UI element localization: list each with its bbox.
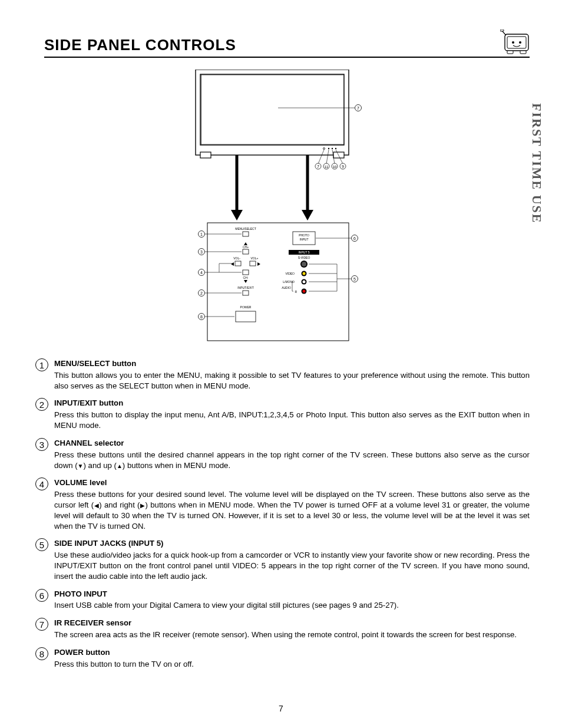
svg-text:11: 11 [325,165,329,169]
page-header: SIDE PANEL CONTROLS [44,29,530,58]
item-title: SIDE INPUT JACKS (INPUT 5) [54,538,530,549]
tv-mascot-icon [500,29,530,54]
item-description: The screen area acts as the IR receiver … [54,630,530,640]
item-number-icon: 4 [35,477,48,490]
svg-text:CH-: CH- [243,276,249,279]
control-item: 7IR RECEIVER sensorThe screen area acts … [44,618,530,640]
svg-rect-9 [201,75,344,144]
svg-text:VOL-: VOL- [233,256,240,260]
item-title: VOLUME level [54,477,530,488]
item-body: SIDE INPUT JACKS (INPUT 5)Use these audi… [54,538,530,581]
svg-rect-6 [520,51,526,54]
control-item: 2INPUT/EXIT buttonPress this button to d… [44,398,530,430]
item-number-icon: 3 [35,438,48,451]
svg-rect-43 [243,291,249,295]
control-item: 3CHANNEL selectorPress these buttons unt… [44,438,530,470]
svg-text:1: 1 [200,232,203,236]
svg-rect-35 [243,249,249,254]
svg-text:6: 6 [353,236,356,241]
svg-text:VOL+: VOL+ [251,256,259,260]
svg-text:VIDEO: VIDEO [285,272,295,275]
svg-point-15 [335,148,336,149]
page-title: SIDE PANEL CONTROLS [44,36,236,54]
item-title: INPUT/EXIT button [54,398,530,409]
item-body: POWER buttonPress this button to turn th… [54,647,530,670]
item-number-icon: 5 [35,538,48,551]
svg-point-3 [519,41,521,44]
svg-rect-39 [250,261,256,266]
svg-rect-38 [235,261,241,266]
item-body: INPUT/EXIT buttonPress this button to di… [54,398,530,430]
item-title: MENU/SELECT button [54,358,530,369]
control-descriptions: 1MENU/SELECT buttonThis button allows yo… [44,358,530,670]
svg-point-2 [512,41,514,44]
item-description: Insert USB cable from your Digital Camer… [54,600,530,611]
item-description: This button allows you to enter the MENU… [54,370,530,391]
svg-rect-33 [243,232,249,236]
item-description: Press these buttons for your desired sou… [54,489,530,531]
section-tab: FIRST TIME USE [529,103,544,223]
svg-text:9: 9 [342,164,344,169]
control-item: 1MENU/SELECT buttonThis button allows yo… [44,358,530,391]
item-body: MENU/SELECT buttonThis button allows you… [54,358,530,391]
svg-text:CH+: CH+ [243,245,249,249]
side-panel-diagram: 7 7 11 10 9 MENU/SELECT [160,70,414,347]
svg-point-53 [302,262,306,266]
svg-text:7: 7 [317,164,319,169]
item-description: Press this button to turn the TV on or o… [54,659,530,670]
item-title: IR RECEIVER sensor [54,618,530,628]
svg-text:MENU/SELECT: MENU/SELECT [235,227,256,230]
svg-point-14 [332,148,333,149]
svg-text:INPUT/EXIT: INPUT/EXIT [237,286,254,289]
svg-point-13 [328,148,329,149]
svg-text:PHOTO: PHOTO [299,233,309,237]
manual-page: SIDE PANEL CONTROLS FIRST TIME USE [0,0,562,728]
svg-point-56 [303,272,306,275]
svg-text:4: 4 [200,271,203,275]
item-number-icon: 8 [35,647,48,660]
svg-text:POWER: POWER [240,305,252,309]
control-item: 6PHOTO INPUTInsert USB cable from your D… [44,589,530,611]
svg-rect-10 [200,152,211,158]
item-body: VOLUME levelPress these buttons for your… [54,477,530,531]
item-body: CHANNEL selectorPress these buttons unti… [54,438,530,470]
item-description: Press these buttons until the desired ch… [54,450,530,471]
svg-rect-40 [243,270,249,275]
svg-text:AUDIO: AUDIO [282,286,291,289]
svg-rect-11 [333,152,344,158]
item-description: Use these audio/video jacks for a quick … [54,550,530,581]
item-number-icon: 7 [35,618,48,631]
svg-rect-5 [507,51,513,54]
control-item: 4VOLUME levelPress these buttons for you… [44,477,530,531]
tv-monitor-icon [196,70,349,158]
svg-text:INPUT: INPUT [300,238,309,241]
item-number-icon: 2 [35,398,48,411]
item-title: POWER button [54,647,530,658]
svg-text:5: 5 [353,277,356,281]
control-item: 5SIDE INPUT JACKS (INPUT 5)Use these aud… [44,538,530,581]
item-number-icon: 6 [35,589,48,602]
item-title: CHANNEL selector [54,438,530,449]
item-body: PHOTO INPUTInsert USB cable from your Di… [54,589,530,611]
svg-text:S-VIDEO: S-VIDEO [298,256,310,259]
svg-text:8: 8 [200,315,203,319]
control-item: 8POWER buttonPress this button to turn t… [44,647,530,670]
svg-text:R: R [295,290,297,294]
svg-rect-45 [236,311,256,322]
svg-text:2: 2 [200,291,203,295]
svg-text:7: 7 [357,106,359,110]
item-body: IR RECEIVER sensorThe screen area acts a… [54,618,530,640]
svg-text:3: 3 [200,250,203,254]
page-number: 7 [0,704,562,713]
svg-rect-4 [500,29,504,31]
svg-text:INPUT 5: INPUT 5 [298,251,309,254]
svg-point-63 [303,290,306,293]
item-number-icon: 1 [35,358,48,371]
svg-text:10: 10 [333,165,337,169]
item-description: Press this button to display the input m… [54,410,530,431]
svg-point-59 [303,281,306,284]
item-title: PHOTO INPUT [54,589,530,599]
